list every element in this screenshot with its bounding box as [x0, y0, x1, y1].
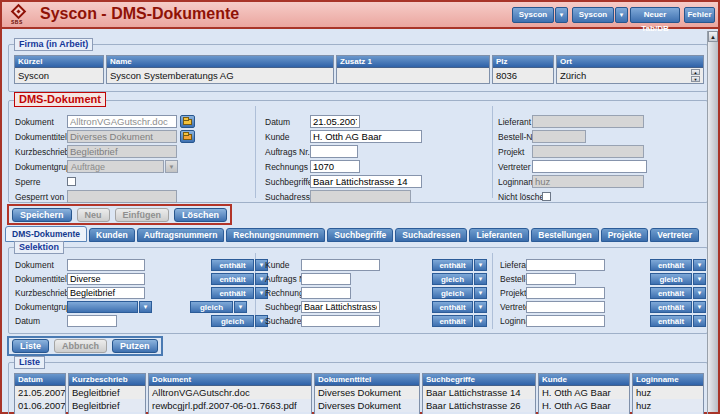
- table-row[interactable]: AlltronVGAGutschr.doc: [149, 386, 311, 399]
- tab-dms-dokumente[interactable]: DMS-Dokumente: [5, 226, 87, 242]
- table-row[interactable]: Baar Lättichstrasse 26: [423, 399, 535, 412]
- table-row[interactable]: rewbcgjrl.pdf.2007-06-01.7663.pdf: [149, 399, 311, 412]
- datum-field[interactable]: [310, 115, 360, 128]
- kurzbeschrieb-field[interactable]: [67, 145, 177, 158]
- new-button[interactable]: Neu: [77, 208, 110, 222]
- sel-datum-op-dropdown[interactable]: gleich ▼: [211, 315, 268, 327]
- sel-suchadresse-field[interactable]: [301, 315, 380, 327]
- dokument-field[interactable]: [67, 115, 177, 128]
- auftrags-nr-field[interactable]: [310, 145, 358, 158]
- sel-dokumentgruppe-dropdown[interactable]: ▼: [67, 301, 152, 313]
- table-row[interactable]: H. Otth AG Baar: [539, 386, 629, 399]
- dokumentgruppe-dropdown[interactable]: Aufträge ▼: [67, 160, 178, 173]
- tab-projekte[interactable]: Projekte: [601, 228, 649, 242]
- liste-col-loginname: Loginname huz huz: [632, 373, 704, 414]
- sel-vertreter-op-dropdown[interactable]: enthält ▼: [650, 301, 706, 313]
- sel-auftrags-nr-field[interactable]: [301, 273, 351, 285]
- new-tab-db-button[interactable]: Neuer Tab/DB: [630, 7, 680, 23]
- insert-button[interactable]: Einfügen: [115, 208, 170, 222]
- table-row[interactable]: huz: [633, 399, 703, 412]
- sel-kurzbeschrieb-field[interactable]: [67, 287, 145, 299]
- table-row[interactable]: Syscon: [15, 68, 103, 83]
- suchbegriffe-field[interactable]: [310, 175, 422, 188]
- sel-kurzbeschrieb-op-dropdown[interactable]: enthält ▼: [211, 287, 268, 299]
- sel-lieferant-field[interactable]: [526, 259, 605, 271]
- projekt-field[interactable]: [532, 145, 644, 158]
- putzen-button[interactable]: Putzen: [112, 339, 158, 353]
- kunde-field[interactable]: [310, 130, 422, 143]
- suchadresse-field[interactable]: [310, 190, 411, 203]
- vertreter-field[interactable]: [532, 160, 647, 173]
- table-row[interactable]: Begleitbrief: [69, 399, 145, 412]
- table-row[interactable]: Diverses Dokument: [315, 386, 419, 399]
- scroll-up-icon[interactable]: ▲: [708, 31, 718, 42]
- sel-suchadresse-op-dropdown[interactable]: enthält ▼: [432, 315, 487, 327]
- chevron-down-icon[interactable]: ▼: [615, 7, 628, 23]
- sel-kunde-label: Kunde: [265, 260, 301, 270]
- rechnungs-nr-field[interactable]: [310, 160, 360, 173]
- sel-dokument-op-dropdown[interactable]: enthält ▼: [211, 259, 268, 271]
- tab-bestellungen[interactable]: Bestellungen: [531, 228, 598, 242]
- sel-bestell-nr-op-dropdown[interactable]: gleich ▼: [650, 273, 706, 285]
- record-spinner[interactable]: ▲▼: [691, 69, 700, 82]
- table-row[interactable]: Zürich ▲▼: [557, 68, 703, 83]
- bestell-nr-field[interactable]: [532, 130, 586, 143]
- browse-folder-button[interactable]: [180, 115, 195, 128]
- table-row[interactable]: huz: [633, 386, 703, 399]
- sel-rechnungs-nr-field[interactable]: [301, 287, 351, 299]
- chevron-down-icon[interactable]: ▼: [555, 7, 568, 23]
- tab-auftragsnummern[interactable]: Auftragsnummern: [137, 228, 225, 242]
- sel-dokument-field[interactable]: [67, 259, 145, 271]
- tab-lieferanten[interactable]: Lieferanten: [469, 228, 529, 242]
- sel-datum-field[interactable]: [67, 315, 117, 327]
- sel-auftrags-nr-op-dropdown[interactable]: gleich ▼: [432, 273, 487, 285]
- lieferant-field[interactable]: [532, 115, 644, 128]
- database-combo-1[interactable]: Syscon ▼: [512, 7, 568, 23]
- database-combo-2[interactable]: Syscon ▼: [572, 7, 628, 23]
- table-row[interactable]: 01.06.2007: [15, 399, 65, 412]
- sel-loginname-field[interactable]: [526, 315, 605, 327]
- table-row[interactable]: Diverses Dokument: [315, 399, 419, 412]
- tab-suchbegriffe[interactable]: Suchbegriffe: [327, 228, 393, 242]
- table-row[interactable]: [337, 68, 489, 83]
- abbruch-button[interactable]: Abbruch: [54, 339, 107, 353]
- firma-legend: Firma (in Arbeit): [14, 38, 93, 51]
- table-row[interactable]: H. Otth AG Baar: [539, 399, 629, 412]
- sel-projekt-op-dropdown[interactable]: enthält ▼: [650, 287, 706, 299]
- sel-kunde-op-dropdown[interactable]: enthält ▼: [432, 259, 487, 271]
- sel-loginname-op-dropdown[interactable]: enthält ▼: [650, 315, 706, 327]
- sel-kunde-field[interactable]: [301, 259, 380, 271]
- sel-suchbegriffe-field[interactable]: [301, 301, 380, 313]
- table-row[interactable]: Baar Lättichstrasse 14: [423, 386, 535, 399]
- table-row[interactable]: 21.05.2007: [15, 386, 65, 399]
- table-row[interactable]: Begleitbrief: [69, 386, 145, 399]
- sel-rechnungs-nr-op-dropdown[interactable]: gleich ▼: [432, 287, 487, 299]
- dokumenttitel-field[interactable]: [67, 130, 177, 143]
- sel-bestell-nr-field[interactable]: [526, 273, 576, 285]
- tab-kunden[interactable]: Kunden: [89, 228, 135, 242]
- error-button[interactable]: Fehler: [684, 7, 715, 23]
- tab-rechnungsnummern[interactable]: Rechnungsnummern: [226, 228, 325, 242]
- liste-button[interactable]: Liste: [12, 339, 49, 353]
- sel-vertreter-field[interactable]: [526, 301, 605, 313]
- nicht-loeschen-checkbox[interactable]: [542, 192, 551, 201]
- sperre-checkbox[interactable]: [67, 177, 76, 186]
- liste-col-datum: Datum 21.05.2007 01.06.2007: [14, 373, 66, 414]
- open-document-button[interactable]: [180, 130, 195, 143]
- sbs-logo-icon: SBS: [9, 5, 33, 26]
- gesperrt-von-field[interactable]: [67, 190, 177, 203]
- sel-suchbegriffe-op-dropdown[interactable]: enthält ▼: [432, 301, 487, 313]
- tab-vertreter[interactable]: Vertreter: [650, 228, 699, 242]
- save-button[interactable]: Speichern: [12, 208, 72, 222]
- sel-dokumenttitel-field[interactable]: [67, 273, 145, 285]
- sel-lieferant-op-dropdown[interactable]: enthält ▼: [650, 259, 706, 271]
- table-row[interactable]: 8036: [493, 68, 553, 83]
- tab-suchadressen[interactable]: Suchadressen: [395, 228, 467, 242]
- table-row[interactable]: Syscon Systemberatungs AG: [107, 68, 333, 83]
- loginname-field[interactable]: [532, 175, 644, 188]
- sel-dokumenttitel-op-dropdown[interactable]: enthält ▼: [211, 273, 268, 285]
- sel-projekt-field[interactable]: [526, 287, 605, 299]
- sel-dokumentgruppe-op-dropdown[interactable]: gleich ▼: [190, 301, 247, 313]
- window-scrollbar[interactable]: ▲: [707, 31, 718, 412]
- delete-button[interactable]: Löschen: [174, 208, 227, 222]
